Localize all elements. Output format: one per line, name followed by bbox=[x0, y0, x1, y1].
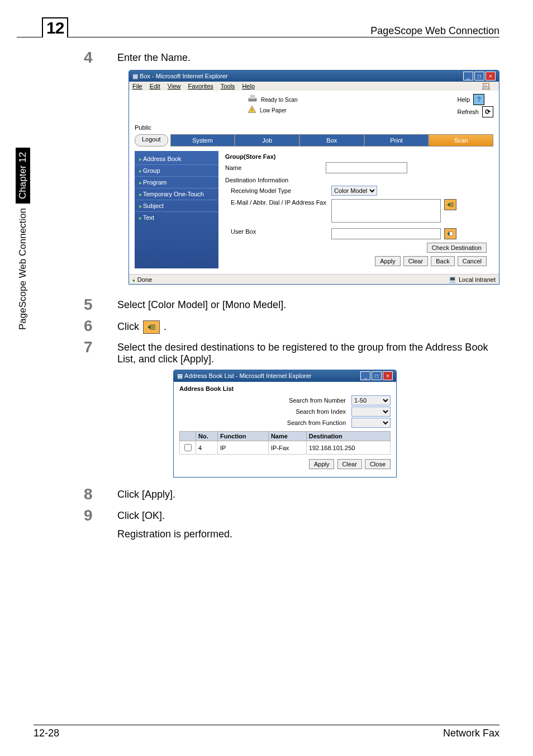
step-5-text: Select [Color Model] or [Mono Medel]. bbox=[117, 296, 499, 314]
step-6-number: 6 bbox=[84, 317, 117, 335]
clear-button[interactable]: Clear bbox=[403, 256, 428, 266]
step-8-number: 8 bbox=[84, 485, 117, 503]
menu-tools[interactable]: Tools bbox=[221, 83, 235, 89]
check-destination-button[interactable]: Check Destination bbox=[427, 243, 487, 253]
nav-address-book[interactable]: Address Book bbox=[135, 153, 218, 164]
popup-apply-button[interactable]: Apply bbox=[309, 459, 335, 469]
popup-titlebar: ▦ Address Book List - Microsoft Internet… bbox=[174, 370, 396, 381]
screenshot-box-window: ▦ Box - Microsoft Internet Explorer _ □ … bbox=[129, 70, 499, 285]
menu-edit[interactable]: Edit bbox=[150, 83, 160, 89]
svg-rect-1 bbox=[250, 95, 255, 100]
name-input[interactable] bbox=[326, 162, 407, 173]
label-user-box: User Box bbox=[225, 228, 331, 235]
col-no: No. bbox=[196, 432, 218, 441]
minimize-button[interactable]: _ bbox=[463, 72, 473, 81]
menu-bar: File Edit View Favorites Tools Help 🪟 bbox=[129, 82, 499, 91]
tab-system[interactable]: System bbox=[170, 134, 235, 147]
label-destination-info: Destination Information bbox=[225, 177, 487, 183]
screenshot-address-list: ▦ Address Book List - Microsoft Internet… bbox=[173, 370, 397, 478]
window-titlebar: ▦ Box - Microsoft Internet Explorer _ □ … bbox=[129, 70, 499, 82]
label-search-function: Search from Function bbox=[287, 419, 346, 426]
help-link[interactable]: Help bbox=[457, 96, 470, 103]
col-function: Function bbox=[218, 432, 269, 441]
window-title: Box - Microsoft Internet Explorer bbox=[140, 73, 228, 79]
tab-scan[interactable]: Scan bbox=[429, 134, 493, 147]
cell-no: 4 bbox=[196, 441, 218, 455]
step-5-number: 5 bbox=[84, 296, 117, 314]
status-done: Done bbox=[132, 276, 152, 283]
menu-help[interactable]: Help bbox=[242, 83, 255, 89]
menu-file[interactable]: File bbox=[132, 83, 142, 89]
form-title: Group(Store Fax) bbox=[225, 153, 487, 160]
tab-print[interactable]: Print bbox=[364, 134, 429, 147]
table-row: 4 IP IP-Fax 192.168.101.250 bbox=[180, 441, 391, 455]
menu-view[interactable]: View bbox=[168, 83, 181, 89]
left-nav: Address Book Group Program Temporary One… bbox=[135, 151, 218, 268]
popup-close[interactable]: × bbox=[383, 371, 393, 380]
refresh-link[interactable]: Refresh bbox=[457, 108, 479, 115]
footer-title: Network Fax bbox=[443, 727, 499, 739]
chapter-number: 12 bbox=[42, 17, 68, 37]
help-icon[interactable]: ? bbox=[473, 94, 484, 105]
nav-group[interactable]: Group bbox=[135, 164, 218, 176]
nav-subject[interactable]: Subject bbox=[135, 200, 218, 211]
status-low-paper: Low Paper bbox=[260, 107, 287, 114]
tab-job[interactable]: Job bbox=[235, 134, 299, 147]
maximize-button[interactable]: □ bbox=[474, 72, 484, 81]
popup-heading: Address Book List bbox=[179, 385, 391, 392]
popup-minimize[interactable]: _ bbox=[360, 371, 370, 380]
step-9-text: Click [OK]. Registration is performed. bbox=[117, 507, 499, 540]
step-8-text: Click [Apply]. bbox=[117, 485, 499, 503]
popup-clear-button[interactable]: Clear bbox=[337, 459, 362, 469]
col-destination: Destination bbox=[306, 432, 390, 441]
popup-close-button[interactable]: Close bbox=[365, 459, 391, 469]
abbr-textarea[interactable] bbox=[331, 199, 441, 223]
col-name: Name bbox=[268, 432, 306, 441]
apply-button[interactable]: Apply bbox=[375, 256, 401, 266]
svg-marker-10 bbox=[147, 325, 151, 329]
address-list-icon[interactable] bbox=[444, 199, 456, 210]
step-6-text: Click . bbox=[117, 317, 499, 335]
nav-text[interactable]: Text bbox=[135, 211, 218, 223]
svg-text:!: ! bbox=[251, 107, 253, 112]
model-type-select[interactable]: Color Model bbox=[331, 186, 377, 196]
address-table: No. Function Name Destination 4 IP IP-Fa… bbox=[179, 431, 391, 455]
scanner-icon bbox=[246, 94, 259, 105]
label-name: Name bbox=[225, 164, 326, 171]
search-function-select[interactable] bbox=[351, 418, 391, 428]
cell-function: IP bbox=[218, 441, 269, 455]
row-checkbox[interactable] bbox=[184, 444, 192, 451]
tab-box[interactable]: Box bbox=[299, 134, 364, 147]
nav-temporary-one-touch[interactable]: Temporary One-Touch bbox=[135, 188, 218, 200]
logout-button[interactable]: Logout bbox=[135, 134, 168, 147]
mode-label: Public bbox=[135, 124, 493, 131]
side-tab-text: PageScope Web Connection bbox=[17, 208, 28, 330]
userbox-list-icon[interactable] bbox=[444, 228, 456, 239]
nav-program[interactable]: Program bbox=[135, 176, 218, 188]
cell-destination: 192.168.101.250 bbox=[306, 441, 390, 455]
step-4-text: Enter the Name. bbox=[117, 49, 499, 67]
refresh-icon[interactable]: ⟳ bbox=[482, 106, 493, 117]
popup-title: Address Book List - Microsoft Internet E… bbox=[184, 372, 311, 379]
page-icon: ▦ bbox=[132, 73, 138, 80]
label-email-abbr: E-Mail / Abbr. Dial / IP Address Fax bbox=[225, 199, 331, 206]
close-button[interactable]: × bbox=[486, 72, 496, 81]
page-icon: ▦ bbox=[177, 372, 183, 380]
back-button[interactable]: Back bbox=[431, 256, 454, 266]
step-7-number: 7 bbox=[84, 338, 117, 365]
header-title: PageScope Web Connection bbox=[370, 25, 499, 37]
label-search-number: Search from Number bbox=[289, 397, 346, 404]
cell-name: IP-Fax bbox=[268, 441, 306, 455]
cancel-button[interactable]: Cancel bbox=[458, 256, 487, 266]
label-model-type: Receiving Model Type bbox=[225, 187, 331, 194]
side-tab-chapter: Chapter 12 bbox=[16, 148, 30, 204]
svg-marker-4 bbox=[447, 203, 450, 207]
warning-icon: ! bbox=[246, 105, 258, 115]
menu-favorites[interactable]: Favorites bbox=[188, 83, 213, 89]
status-ready: Ready to Scan bbox=[261, 97, 298, 103]
popup-maximize[interactable]: □ bbox=[372, 371, 382, 380]
footer-page: 12-28 bbox=[34, 727, 59, 739]
userbox-input[interactable] bbox=[331, 228, 441, 239]
search-index-select[interactable] bbox=[351, 407, 391, 417]
search-number-select[interactable]: 1-50 bbox=[351, 395, 391, 405]
